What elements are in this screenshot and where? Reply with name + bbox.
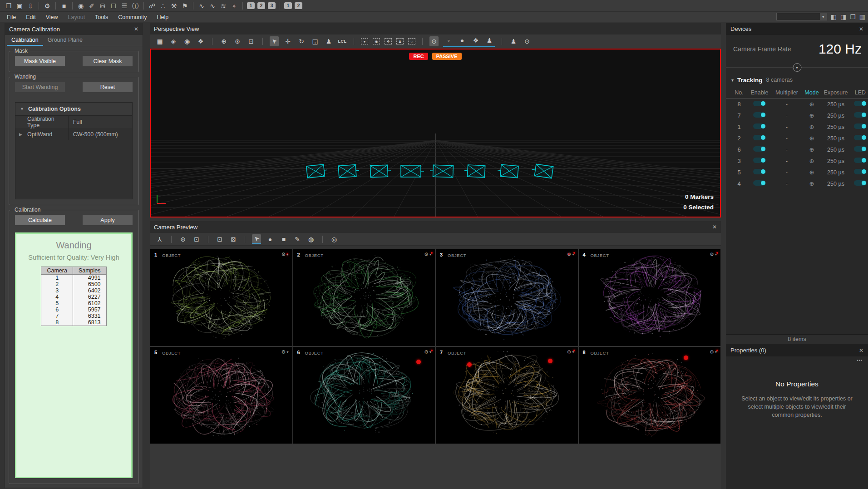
layout-grid-icon[interactable]: ▦: [859, 13, 865, 20]
new-window-icon[interactable]: ❐: [850, 13, 856, 20]
menu-view[interactable]: View: [41, 13, 63, 21]
column-header-mode[interactable]: Mode: [802, 89, 821, 96]
led-toggle[interactable]: [854, 180, 867, 186]
camera-row[interactable]: 2-⊕250 µs: [726, 133, 868, 144]
cell-settings-button[interactable]: ⚙▾: [424, 252, 431, 257]
option-value[interactable]: CW-500 (500mm): [68, 128, 132, 140]
block-markers-icon[interactable]: ⊠: [229, 234, 238, 244]
led-toggle[interactable]: [854, 158, 867, 163]
graph-pane-2-icon[interactable]: ∿: [207, 1, 217, 10]
local-coords-button[interactable]: LCL: [338, 36, 347, 46]
camera-preview-cell-5[interactable]: 5OBJECT⚙▾: [150, 347, 292, 444]
menu-file[interactable]: File: [2, 13, 21, 21]
open-project-icon[interactable]: ❐: [4, 1, 14, 10]
perspective-viewport[interactable]: REC PASSIVE 0 Markers 0 Selected: [150, 49, 721, 217]
rigid-body-icon[interactable]: ☍: [147, 1, 157, 10]
camera-preview-cell-7[interactable]: 7OBJECT⚙▾: [436, 347, 578, 444]
mode-icon[interactable]: ⊕: [802, 135, 821, 142]
mode-icon[interactable]: ⊕: [802, 123, 821, 130]
show-markers-icon[interactable]: ⊡: [215, 234, 224, 244]
marker-visibility-icon[interactable]: ◦: [444, 35, 453, 45]
exposure-value[interactable]: 250 µs: [821, 101, 850, 108]
select-markers-icon[interactable]: ●: [361, 38, 368, 44]
rect-mask-icon[interactable]: ■: [279, 234, 288, 244]
calibration-wand-icon[interactable]: ✐: [87, 1, 97, 10]
camera-preview-cell-2[interactable]: 2OBJECT⚙▾: [293, 249, 435, 346]
zoom-selected-icon[interactable]: ⊛: [178, 234, 187, 244]
led-toggle[interactable]: [854, 101, 867, 106]
close-icon[interactable]: ✕: [859, 347, 863, 354]
enable-toggle[interactable]: [753, 180, 766, 186]
apply-button[interactable]: Apply: [83, 215, 133, 225]
menu-edit[interactable]: Edit: [21, 13, 41, 21]
mask-visible-button[interactable]: Mask Visible: [15, 56, 65, 66]
graph-pane-1-icon[interactable]: ∿: [197, 1, 207, 10]
frame-rate-value[interactable]: 120 Hz: [819, 41, 862, 57]
circle-mask-icon[interactable]: ●: [266, 234, 275, 244]
zoom-fit-icon[interactable]: ⊕: [219, 36, 228, 46]
enable-toggle[interactable]: [753, 158, 766, 163]
data-streams-icon[interactable]: ⛁: [98, 1, 108, 10]
led-toggle[interactable]: [854, 169, 867, 174]
select-unlabeled-icon[interactable]: ◌: [408, 38, 415, 44]
scale-icon[interactable]: ◱: [311, 36, 320, 46]
tools-icon[interactable]: ⚒: [169, 1, 179, 10]
antenna-icon[interactable]: ⌖: [229, 1, 239, 10]
select-skeletons-icon[interactable]: ♟: [396, 38, 404, 44]
save-as-icon[interactable]: ⇩: [25, 1, 35, 10]
exposure-value[interactable]: 250 µs: [821, 124, 850, 130]
camera-preview-cell-8[interactable]: 8OBJECT⚙▾: [579, 347, 721, 444]
exposure-value[interactable]: 250 µs: [821, 135, 850, 142]
info-icon[interactable]: ⓘ: [130, 1, 140, 10]
camera-preview-cell-1[interactable]: 1OBJECT⚙▾: [150, 249, 292, 346]
rotate-icon[interactable]: ↻: [297, 36, 306, 46]
mode-icon[interactable]: ⊕: [802, 101, 821, 108]
select-cursor-icon[interactable]: ➤: [252, 234, 261, 244]
led-toggle[interactable]: [854, 123, 867, 129]
viewport-layout-3-button[interactable]: 3: [268, 2, 276, 9]
camera-row[interactable]: 8-⊕250 µs: [726, 99, 868, 110]
enable-toggle[interactable]: [753, 135, 766, 140]
expand-circle-button[interactable]: ▾: [793, 63, 801, 72]
zoom-selected-icon[interactable]: ⊛: [233, 36, 242, 46]
led-toggle[interactable]: [854, 135, 867, 140]
panel-splitter[interactable]: [150, 217, 721, 221]
zoom-region-icon[interactable]: ⊡: [192, 234, 201, 244]
viewport-layout-2-button[interactable]: 2: [257, 2, 265, 9]
option-row-optiwand[interactable]: ▶ OptiWand CW-500 (500mm): [15, 128, 132, 140]
select-cursor-icon[interactable]: ➤: [270, 36, 279, 46]
camera-visibility-icon[interactable]: ●: [458, 35, 467, 45]
camera-row[interactable]: 4-⊕250 µs: [726, 178, 868, 189]
clear-mask-button[interactable]: Clear Mask: [83, 56, 133, 66]
enable-toggle[interactable]: [753, 169, 766, 174]
mode-icon[interactable]: ⊕: [802, 158, 821, 164]
option-row-calibration-type[interactable]: Calibration Type Full: [15, 116, 132, 128]
camera-preview-cell-6[interactable]: 6OBJECT⚙▾: [293, 347, 435, 444]
menu-tools[interactable]: Tools: [90, 13, 113, 21]
exposure-value[interactable]: 250 µs: [821, 169, 850, 176]
option-value[interactable]: Full: [68, 116, 132, 128]
cell-settings-button[interactable]: ⚙▾: [567, 252, 574, 257]
menu-help[interactable]: Help: [152, 13, 174, 21]
expander-open-icon[interactable]: ▼: [20, 107, 24, 111]
camera-row[interactable]: 1-⊕250 µs: [726, 121, 868, 133]
visibility-eye-icon[interactable]: ⊙: [429, 36, 439, 46]
marker-set-icon[interactable]: ∴: [158, 1, 168, 10]
camera-row[interactable]: 3-⊕250 µs: [726, 155, 868, 167]
select-cameras-icon[interactable]: ◉: [373, 38, 380, 44]
calculate-button[interactable]: Calculate: [15, 215, 65, 225]
assets-icon[interactable]: ❖: [196, 36, 205, 46]
exposure-value[interactable]: 250 µs: [821, 181, 850, 187]
enable-toggle[interactable]: [753, 123, 766, 129]
enable-toggle[interactable]: [753, 101, 766, 106]
asset-visibility-icon[interactable]: ❖: [471, 35, 480, 45]
led-toggle[interactable]: [854, 146, 867, 152]
camera-record-icon[interactable]: ◉: [76, 1, 86, 10]
cell-settings-button[interactable]: ⚙▾: [567, 349, 574, 355]
calibration-options-header[interactable]: ▼ Calibration Options: [15, 103, 132, 116]
chevron-down-icon[interactable]: ▾: [820, 13, 827, 20]
expander-closed-icon[interactable]: ▶: [19, 132, 24, 137]
save-icon[interactable]: ▣: [15, 1, 25, 10]
custom-layout-2-button[interactable]: 2: [295, 2, 302, 9]
ellipsis-icon[interactable]: •••: [726, 356, 868, 365]
